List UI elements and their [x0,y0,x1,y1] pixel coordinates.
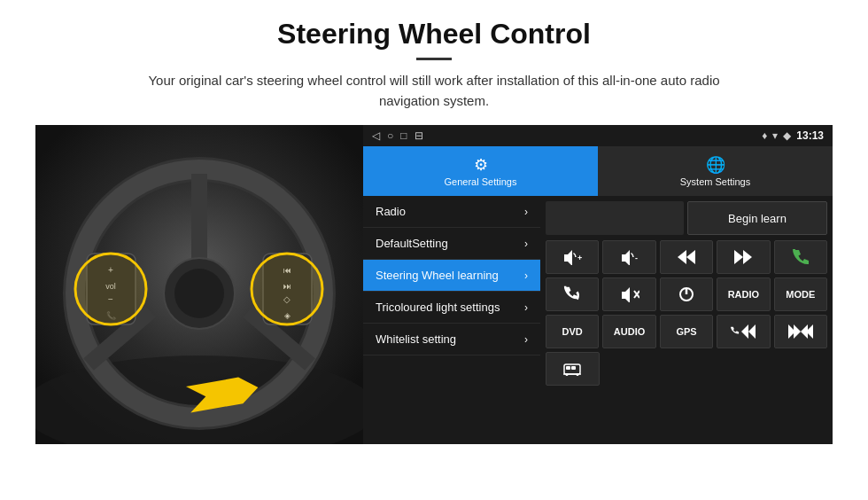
status-time: 13:13 [796,129,824,142]
menu-item-radio-label: Radio [376,205,406,218]
radio-button[interactable]: RADIO [717,277,770,311]
mode-button[interactable]: MODE [774,277,827,311]
status-bar: ◁ ○ □ ⊟ ♦ ▾ ◆ 13:13 [363,125,833,146]
content-row: + vol − 📞 ⏮ ⏭ ◇ ◈ [35,125,833,444]
svg-point-42 [566,373,569,376]
menu-item-tricoloured-label: Tricoloured light settings [376,301,500,314]
svg-point-43 [577,373,579,376]
tab-system[interactable]: 🌐 System Settings [598,146,833,196]
controls-row4 [546,352,827,386]
power-button[interactable] [660,277,713,311]
svg-point-19 [75,254,146,324]
mute-button[interactable] [602,277,655,311]
vol-up-button[interactable]: + [546,240,599,274]
svg-marker-37 [801,324,808,339]
controls-grid-row2: RADIO MODE [546,277,827,311]
svg-point-1 [35,355,363,444]
svg-marker-24 [686,250,695,264]
tab-general-label: General Settings [445,176,517,187]
menu-arrow-default: › [524,238,528,250]
menu-item-whitelist-label: Whitelist setting [376,332,456,346]
svg-marker-35 [794,324,801,339]
next-track-button[interactable] [717,240,770,274]
menu-list: Radio › DefaultSetting › Steering Wheel … [363,196,540,444]
system-settings-icon: 🌐 [706,155,725,175]
menu-arrow-steering: › [524,270,528,282]
menu-item-tricoloured[interactable]: Tricoloured light settings › [363,292,540,324]
menu-item-default[interactable]: DefaultSetting › [363,228,540,260]
svg-marker-26 [734,250,743,264]
phone-call-button[interactable] [774,240,827,274]
phone-prev-button[interactable] [717,315,770,348]
svg-marker-25 [678,250,686,264]
answer-call-button[interactable] [546,277,599,311]
mode-label: MODE [786,289,815,300]
dvd-label: DVD [562,326,583,337]
begin-learn-button[interactable]: Begin learn [687,201,827,235]
title-divider [416,58,452,60]
dvd-button[interactable]: DVD [546,315,599,348]
page-title: Steering Wheel Control [35,18,833,51]
wifi-icon: ◆ [783,129,791,142]
controls-area: Begin learn + - [540,196,833,444]
svg-rect-40 [571,366,576,370]
vol-down-button[interactable]: - [602,240,655,274]
svg-point-20 [252,254,322,324]
svg-marker-27 [743,250,752,264]
radio-label: RADIO [728,289,759,300]
svg-marker-33 [741,324,748,339]
android-panel: ◁ ○ □ ⊟ ♦ ▾ ◆ 13:13 ⚙ General Settings [363,125,833,444]
menu-arrow-whitelist: › [524,333,528,346]
network-button[interactable] [546,352,600,386]
audio-button[interactable]: AUDIO [602,315,655,348]
menu-arrow-tricoloured: › [524,301,528,314]
menu-item-steering-label: Steering Wheel learning [376,269,499,282]
menu-item-default-label: DefaultSetting [376,237,448,250]
car-image-section: + vol − 📞 ⏮ ⏭ ◇ ◈ [35,125,363,444]
gps-button[interactable]: GPS [660,315,713,348]
page-container: Steering Wheel Control Your original car… [0,0,868,453]
controls-grid-row3: DVD AUDIO GPS [546,315,827,348]
status-right: ♦ ▾ ◆ 13:13 [762,129,824,142]
svg-point-8 [174,269,224,318]
svg-text:+: + [577,254,582,262]
prev-next-combo-button[interactable] [774,315,827,348]
tabs-row: ⚙ General Settings 🌐 System Settings [363,146,833,196]
subtitle: Your original car's steering wheel contr… [124,71,744,111]
controls-row-top: Begin learn [546,201,827,235]
svg-rect-39 [566,366,570,370]
menu-item-whitelist[interactable]: Whitelist setting › [363,324,540,355]
svg-text:-: - [635,254,638,262]
svg-marker-32 [748,324,756,339]
status-left: ◁ ○ □ ⊟ [372,129,423,142]
nav-recent-icon[interactable]: □ [400,129,407,142]
nav-home-icon[interactable]: ○ [387,129,393,142]
tab-system-label: System Settings [680,176,750,187]
menu-item-steering[interactable]: Steering Wheel learning › [363,260,540,292]
audio-label: AUDIO [614,326,645,337]
title-section: Steering Wheel Control Your original car… [35,18,833,111]
tab-general[interactable]: ⚙ General Settings [363,146,598,196]
empty-box [546,201,684,235]
prev-track-button[interactable] [660,240,713,274]
general-settings-icon: ⚙ [474,155,488,175]
main-area: Radio › DefaultSetting › Steering Wheel … [363,196,833,444]
nav-menu-icon[interactable]: ⊟ [415,129,423,142]
menu-arrow-radio: › [524,206,528,218]
gps-label: GPS [676,326,696,337]
signal-icon: ▾ [772,129,778,142]
location-icon: ♦ [762,129,767,142]
controls-grid-row1: + - [546,240,827,274]
nav-back-icon[interactable]: ◁ [372,129,380,142]
menu-item-radio[interactable]: Radio › [363,196,540,228]
